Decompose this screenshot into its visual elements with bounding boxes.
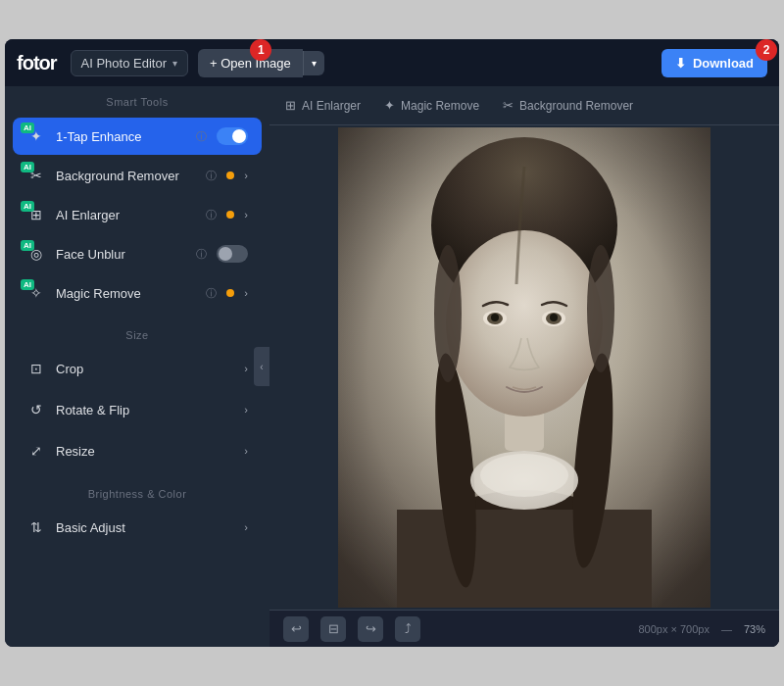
logo: fotor [17, 52, 57, 74]
sidebar: Smart Tools AI ✦ 1-Tap Enhance ⓘ AI ✂ Ba… [5, 86, 270, 647]
info-icon-magic: ⓘ [206, 286, 217, 301]
redo-icon: ↪ [366, 621, 376, 636]
tool-item-rotate[interactable]: ↺ Rotate & Flip › [13, 390, 262, 429]
info-icon-1tap: ⓘ [196, 129, 207, 144]
svg-point-16 [550, 314, 558, 321]
dot-ai-enlarger [226, 211, 234, 219]
chevron-magic-remove: › [244, 287, 248, 299]
photo-container [338, 127, 710, 608]
crop-icon: ⊡ [26, 359, 46, 378]
ai-photo-chevron-icon: ▾ [172, 58, 177, 69]
brightness-label: Brightness & Color [5, 478, 270, 506]
chevron-ai-enlarger: › [244, 209, 248, 220]
tool-item-ai-enlarger[interactable]: AI ⊞ AI Enlarger ⓘ › [13, 196, 262, 233]
tool-item-1tap[interactable]: AI ✦ 1-Tap Enhance ⓘ [13, 118, 262, 155]
size-label: Size [5, 319, 270, 347]
open-image-dropdown-button[interactable]: ▾ [303, 51, 324, 75]
info-icon-bg: ⓘ [206, 169, 217, 183]
tool-item-magic-remove[interactable]: AI ✧ Magic Remove ⓘ › [13, 274, 262, 312]
sidebar-collapse-button[interactable]: ‹ [254, 347, 270, 386]
svg-point-13 [491, 314, 499, 321]
download-button[interactable]: ⬇ Download 2 [662, 49, 767, 77]
tab-magic-remove-label: Magic Remove [401, 99, 479, 113]
tool-name-resize: Resize [56, 444, 234, 459]
delete-button[interactable]: ⊟ [320, 616, 346, 642]
tab-magic-remove[interactable]: ✦ Magic Remove [384, 94, 479, 117]
svg-rect-3 [397, 510, 652, 608]
canvas-tabs: ⊞ AI Enlarger ✦ Magic Remove ✂ Backgroun… [270, 86, 779, 125]
tool-name-crop: Crop [56, 362, 234, 376]
download-icon: ⬇ [675, 56, 686, 71]
dot-bg-remover [226, 172, 234, 179]
share-button[interactable]: ⤴ [395, 616, 420, 642]
tool-name-bg-remover: Background Remover [56, 169, 196, 183]
smart-tools-label: Smart Tools [5, 86, 270, 114]
svg-point-7 [480, 454, 568, 497]
ai-photo-editor-button[interactable]: AI Photo Editor ▾ [71, 50, 188, 76]
undo-icon: ↩ [291, 621, 302, 636]
tab-ai-enlarger-icon: ⊞ [285, 98, 296, 113]
chevron-crop: › [244, 363, 248, 374]
top-bar: fotor AI Photo Editor ▾ + Open Image ▾ 1… [5, 39, 779, 86]
download-label: Download [693, 56, 754, 71]
tool-name-ai-enlarger: AI Enlarger [56, 208, 196, 222]
chevron-basic-adjust: › [244, 521, 248, 533]
ai-badge-enlarger: AI [21, 201, 34, 212]
separator: — [721, 623, 732, 635]
open-image-label: + Open Image [210, 56, 291, 71]
canvas-bottom-bar: ↩ ⊟ ↪ ⤴ 784px × 686px — 73% [270, 610, 779, 647]
redo-button[interactable]: ↪ [358, 616, 383, 642]
zoom-level: 73% [744, 623, 765, 635]
resize-icon: ⤢ [26, 441, 46, 461]
chevron-rotate: › [244, 404, 248, 416]
tool-name-face-unblur: Face Unblur [56, 247, 186, 262]
dot-magic-remove [226, 289, 234, 297]
ai-badge-face: AI [21, 240, 34, 251]
main-area: Smart Tools AI ✦ 1-Tap Enhance ⓘ AI ✂ Ba… [5, 86, 779, 647]
ai-photo-editor-label: AI Photo Editor [81, 56, 167, 71]
tool-name-basic-adjust: Basic Adjust [56, 520, 234, 535]
canvas-area: ⊞ AI Enlarger ✦ Magic Remove ✂ Backgroun… [270, 86, 779, 647]
tool-item-resize[interactable]: ⤢ Resize › [13, 431, 262, 470]
tab-ai-enlarger[interactable]: ⊞ AI Enlarger [285, 94, 361, 117]
tool-item-face-unblur[interactable]: AI ◎ Face Unblur ⓘ [13, 235, 262, 272]
toggle-face-unblur[interactable] [217, 245, 248, 263]
tool-name-1tap: 1-Tap Enhance [56, 129, 186, 144]
step1-badge: 1 [250, 39, 271, 61]
tab-magic-remove-icon: ✦ [384, 98, 395, 113]
chevron-resize: › [244, 445, 248, 457]
tool-name-rotate: Rotate & Flip [56, 403, 234, 417]
tab-ai-enlarger-label: AI Enlarger [302, 99, 361, 113]
canvas-viewport [270, 125, 779, 610]
ai-badge-1tap: AI [21, 122, 34, 133]
undo-button[interactable]: ↩ [283, 616, 309, 642]
rotate-icon: ↺ [26, 400, 46, 419]
toggle-1tap[interactable] [217, 127, 248, 145]
svg-point-10 [446, 230, 603, 416]
share-icon: ⤴ [405, 621, 412, 636]
info-icon-face: ⓘ [196, 247, 207, 262]
svg-point-17 [434, 245, 462, 382]
ai-badge-bg: AI [21, 162, 34, 172]
adjust-icon: ⇅ [26, 517, 46, 537]
ai-badge-magic: AI [21, 279, 34, 290]
step2-badge: 2 [756, 39, 777, 61]
tab-bg-remover[interactable]: ✂ Background Remover [503, 94, 633, 117]
chevron-bg-remover: › [244, 170, 248, 181]
delete-icon: ⊟ [328, 621, 339, 636]
image-size: 784px × 686px [638, 623, 709, 635]
tool-name-magic-remove: Magic Remove [56, 286, 196, 301]
tab-bg-remover-label: Background Remover [519, 99, 633, 113]
tool-item-bg-remover[interactable]: AI ✂ Background Remover ⓘ › [13, 157, 262, 194]
info-icon-enlarger: ⓘ [206, 208, 217, 222]
tool-item-crop[interactable]: ⊡ Crop › [13, 349, 262, 388]
svg-point-18 [587, 245, 614, 372]
tool-item-basic-adjust[interactable]: ⇅ Basic Adjust › [13, 508, 262, 547]
portrait-image [338, 127, 710, 608]
tab-bg-remover-icon: ✂ [503, 98, 514, 113]
open-image-dropdown-chevron: ▾ [312, 58, 317, 69]
